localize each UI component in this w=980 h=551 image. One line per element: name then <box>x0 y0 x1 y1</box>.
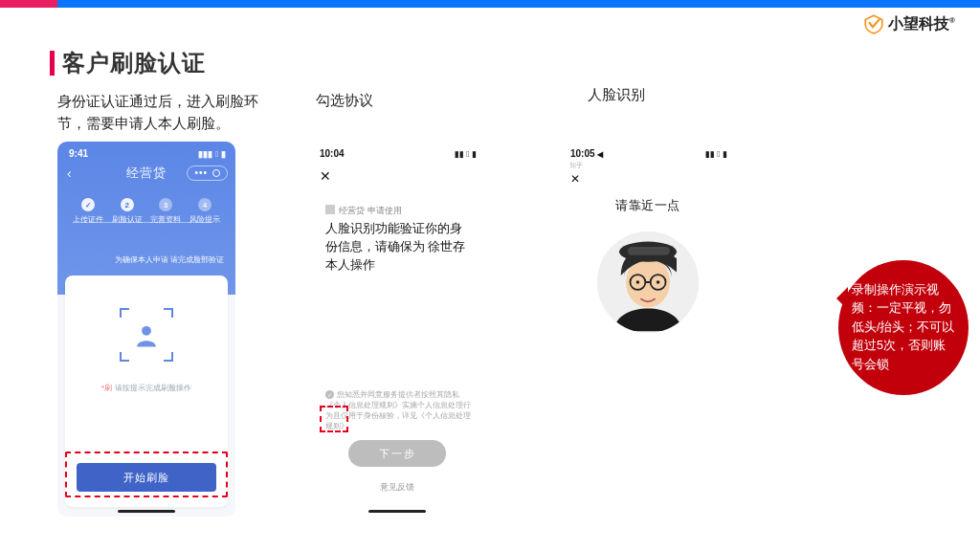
nav-title: 经营贷 <box>126 165 167 182</box>
tip-callout: 录制操作演示视频：一定平视，勿低头/抬头；不可以超过5次，否则账号会锁 <box>838 260 969 395</box>
face-scan-icon <box>120 308 173 362</box>
phone-liveness: 10:05 ◀ ▮▮ 􀙇 ▮ 知乎 ✕ 请靠近一点 <box>559 142 737 517</box>
phone-face-verify: 9:41 ▮▮▮􀙇▮ ‹ 经营贷 ••• 上传证件 刷脸认证 3完善资料 4风险… <box>57 142 235 517</box>
liveness-prompt: 请靠近一点 <box>559 197 737 214</box>
status-bar: 9:41 ▮▮▮􀙇▮ <box>57 142 235 159</box>
caption-step3: 人脸识别 <box>588 86 645 104</box>
close-button[interactable]: ✕ <box>320 168 331 184</box>
caption-step2: 勾选协议 <box>316 92 373 110</box>
caption-step1: 身份证认证通过后，进入刷脸环节，需要申请人本人刷脸。 <box>57 90 278 135</box>
svg-point-8 <box>636 280 640 284</box>
phone-agreement: 10:04 ▮▮ 􀙇 ▮ ✕ 经营贷 申请使用 人脸识别功能验证你的身份信息，请… <box>308 142 486 517</box>
close-button[interactable]: ✕ <box>570 172 580 186</box>
status-bar: 10:05 ◀ ▮▮ 􀙇 ▮ <box>559 142 737 159</box>
status-bar: 10:04 ▮▮ 􀙇 ▮ <box>308 142 486 159</box>
next-button[interactable]: 下一步 <box>348 440 446 467</box>
nav-bar: ‹ 经营贷 ••• <box>57 162 235 185</box>
face-preview <box>597 231 699 333</box>
face-hint: *刷请按提示完成刷脸操作 <box>101 383 191 393</box>
consent-message: 人脸识别功能验证你的身份信息，请确保为 徐世存 本人操作 <box>325 220 473 274</box>
highlight-checkbox <box>320 406 348 432</box>
source-mini: 知乎 <box>569 161 583 170</box>
signal-icon: ▮▮ 􀙇 ▮ <box>705 148 727 159</box>
phones-row: 9:41 ▮▮▮􀙇▮ ‹ 经营贷 ••• 上传证件 刷脸认证 3完善资料 4风险… <box>57 142 938 524</box>
banner-subtitle: 为确保本人申请 请完成脸部验证 <box>115 254 224 265</box>
title-accent <box>50 51 55 76</box>
signal-icon: ▮▮▮􀙇▮ <box>198 148 226 159</box>
signal-icon: ▮▮ 􀙇 ▮ <box>455 148 477 159</box>
page-title: 客户刷脸认证 <box>62 48 206 78</box>
svg-point-9 <box>657 280 660 284</box>
start-face-button[interactable]: 开始刷脸 <box>77 463 216 492</box>
miniprogram-menu[interactable]: ••• <box>187 165 228 181</box>
brand-name: 小望科技 <box>888 15 949 32</box>
face-card: *刷请按提示完成刷脸操作 开始刷脸 <box>65 276 228 507</box>
back-icon[interactable]: ‹ <box>67 165 72 181</box>
feedback-link[interactable]: 意见反馈 <box>308 482 486 494</box>
home-indicator <box>368 510 426 513</box>
home-indicator <box>118 510 175 513</box>
top-accent-bar <box>0 0 980 8</box>
brand-logo: 小望科技® <box>863 13 955 34</box>
source-label: 经营贷 申请使用 <box>325 205 402 217</box>
brand-logo-icon <box>863 13 884 34</box>
page-title-row: 客户刷脸认证 <box>50 48 206 78</box>
stepper: 上传证件 刷脸认证 3完善资料 4风险提示 <box>57 185 235 225</box>
agreement-checkbox[interactable]: ✓ <box>325 390 334 399</box>
svg-point-0 <box>142 326 151 336</box>
svg-rect-4 <box>628 247 670 255</box>
